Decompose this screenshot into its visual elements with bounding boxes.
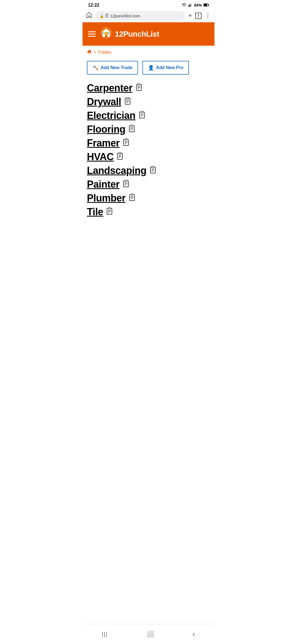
clipboard-icon (122, 138, 130, 148)
new-tab-icon[interactable]: + (188, 12, 192, 19)
svg-rect-19 (127, 97, 129, 99)
clipboard-icon (135, 83, 142, 93)
home-nav-button[interactable] (141, 628, 160, 640)
clipboard-icon (138, 111, 145, 121)
brand-name: 12PunchList (115, 30, 159, 39)
browser-bar: 12punchlist.com + 7 ⋮ (82, 9, 215, 22)
trade-name-link[interactable]: Framer (87, 137, 120, 149)
clipboard-icon (128, 193, 136, 203)
trade-list-item[interactable]: Framer (87, 136, 210, 150)
clipboard-icon (106, 207, 113, 217)
trade-list-item[interactable]: Drywall (87, 95, 210, 109)
svg-text:✊: ✊ (104, 31, 109, 36)
bottom-nav-bar (82, 624, 215, 644)
brand-icon: ✊ (100, 27, 112, 41)
hamburger-menu-icon[interactable] (88, 31, 96, 37)
trade-list-item[interactable]: Carpenter (87, 81, 210, 95)
svg-rect-14 (138, 84, 140, 85)
clipboard-icon (124, 97, 131, 107)
breadcrumb-separator: > (94, 50, 96, 55)
svg-rect-34 (125, 139, 127, 140)
add-new-trade-button[interactable]: 🔨 Add New Trade (87, 61, 138, 75)
trade-name-link[interactable]: Drywall (87, 96, 121, 108)
breadcrumb-home-icon[interactable] (87, 49, 92, 55)
svg-rect-7 (106, 15, 108, 17)
browser-menu-icon[interactable]: ⋮ (205, 12, 211, 19)
trade-list-item[interactable]: Painter (87, 178, 210, 191)
trade-name-link[interactable]: Carpenter (87, 82, 133, 94)
browser-home-icon[interactable] (86, 12, 92, 20)
add-pro-label: Add New Pro (156, 65, 184, 70)
clipboard-icon (122, 180, 130, 189)
svg-rect-2 (190, 4, 191, 7)
svg-rect-24 (141, 111, 143, 113)
app-header: ✊ 12PunchList (82, 22, 215, 46)
status-icons: 84% (182, 3, 209, 8)
browser-actions: + 7 ⋮ (188, 12, 211, 19)
trade-list-item[interactable]: Electrician (87, 109, 210, 122)
trade-name-link[interactable]: Plumber (87, 192, 126, 204)
svg-rect-39 (119, 152, 121, 154)
trade-list-item[interactable]: Landscaping (87, 164, 210, 178)
breadcrumb-current-page: Trades (98, 50, 111, 55)
breadcrumb: > Trades (82, 46, 215, 59)
trade-list-item[interactable]: Flooring (87, 122, 210, 136)
svg-rect-59 (108, 208, 111, 209)
recents-nav-button[interactable] (96, 629, 113, 640)
url-bar[interactable]: 12punchlist.com (96, 11, 185, 20)
svg-rect-54 (131, 194, 133, 195)
back-nav-button[interactable] (187, 627, 200, 641)
signal-icon (188, 3, 193, 8)
svg-rect-1 (189, 5, 190, 7)
svg-rect-49 (125, 180, 127, 181)
trade-list: Carpenter Drywall Electrician Flooring F… (82, 79, 215, 221)
trade-name-link[interactable]: HVAC (87, 151, 114, 163)
svg-rect-5 (208, 4, 209, 6)
time-display: 12:22 (88, 3, 99, 8)
action-buttons-row: 🔨 Add New Trade 👤 Add New Pro (82, 59, 215, 79)
trade-name-link[interactable]: Flooring (87, 124, 125, 135)
trade-name-link[interactable]: Painter (87, 179, 120, 190)
trade-list-item[interactable]: Tile (87, 205, 210, 219)
svg-rect-6 (204, 4, 207, 6)
trade-name-link[interactable]: Electrician (87, 110, 136, 121)
hammer-icon: 🔨 (92, 65, 98, 71)
trade-list-item[interactable]: Plumber (87, 191, 210, 205)
url-text: 12punchlist.com (110, 13, 140, 18)
tabs-count[interactable]: 7 (195, 13, 202, 19)
add-trade-label: Add New Trade (101, 65, 133, 70)
add-new-pro-button[interactable]: 👤 Add New Pro (142, 61, 189, 75)
svg-rect-3 (191, 3, 192, 7)
wifi-icon (182, 3, 186, 8)
svg-rect-44 (152, 166, 154, 168)
svg-rect-0 (188, 5, 189, 7)
svg-rect-29 (131, 125, 133, 126)
clipboard-icon (116, 152, 123, 162)
trade-name-link[interactable]: Landscaping (87, 165, 147, 176)
trade-name-link[interactable]: Tile (87, 206, 103, 218)
battery-display: 84% (194, 3, 202, 7)
clipboard-icon (149, 166, 156, 176)
clipboard-icon (128, 125, 135, 134)
person-badge-icon: 👤 (148, 65, 154, 71)
battery-icon (204, 3, 209, 7)
trade-list-item[interactable]: HVAC (87, 150, 210, 164)
brand-logo-area: ✊ 12PunchList (100, 27, 159, 41)
lock-icon (100, 13, 109, 18)
status-bar: 12:22 84% (82, 0, 215, 9)
